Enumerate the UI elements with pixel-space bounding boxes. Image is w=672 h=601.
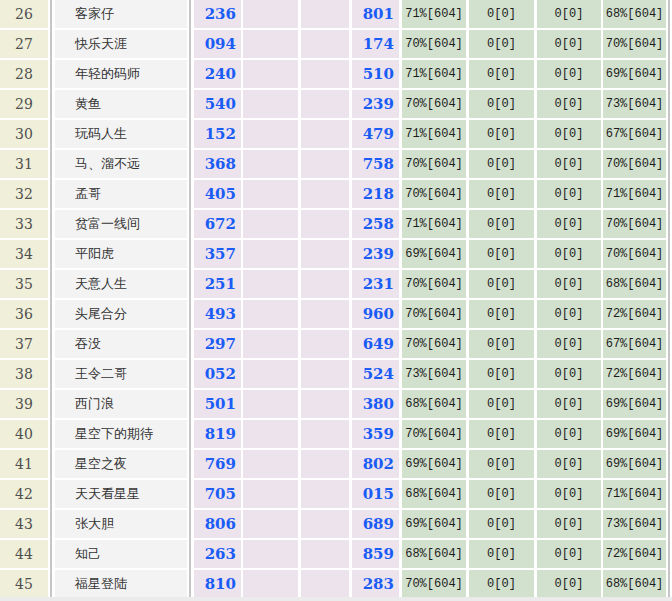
empty-number-cell: [301, 270, 349, 298]
stat-zero-2: 0[0]: [537, 240, 601, 268]
username: 吞没: [55, 330, 187, 358]
number-right: 960: [352, 300, 399, 328]
stat-zero-1: 0[0]: [469, 60, 534, 88]
row-number: 38: [0, 360, 48, 388]
hit-rate-left: 70%[604]: [402, 180, 466, 208]
number-left: 094: [194, 30, 241, 58]
number-left: 052: [194, 360, 241, 388]
row-number: 26: [0, 0, 48, 28]
row-number: 43: [0, 510, 48, 538]
number-left: 806: [194, 510, 241, 538]
row-number: 39: [0, 390, 48, 418]
stat-zero-1: 0[0]: [469, 300, 534, 328]
number-left: 672: [194, 210, 241, 238]
hit-rate-right: 70%[604]: [603, 150, 666, 178]
table-rows: 26客家仔23680171%[604]0[0]0[0]68%[604]27快乐天…: [0, 0, 672, 598]
hit-rate-left: 68%[604]: [402, 390, 466, 418]
empty-number-cell: [301, 0, 349, 28]
table-row: 42天天看星星70501568%[604]0[0]0[0]71%[604]: [0, 480, 672, 508]
row-number: 35: [0, 270, 48, 298]
table-row: 40星空下的期待81935970%[604]0[0]0[0]69%[604]: [0, 420, 672, 448]
stat-zero-2: 0[0]: [537, 60, 601, 88]
hit-rate-left: 70%[604]: [402, 30, 466, 58]
hit-rate-right: 71%[604]: [603, 480, 666, 508]
empty-number-cell: [301, 480, 349, 508]
number-right: 479: [352, 120, 399, 148]
number-right: 380: [352, 390, 399, 418]
empty-number-cell: [301, 60, 349, 88]
row-number: 29: [0, 90, 48, 118]
username: 天意人生: [55, 270, 187, 298]
table-row: 26客家仔23680171%[604]0[0]0[0]68%[604]: [0, 0, 672, 28]
stat-zero-1: 0[0]: [469, 150, 534, 178]
number-left: 152: [194, 120, 241, 148]
username: 福星登陆: [55, 570, 187, 598]
hit-rate-right: 69%[604]: [603, 60, 666, 88]
hit-rate-left: 70%[604]: [402, 420, 466, 448]
stat-zero-2: 0[0]: [537, 570, 601, 598]
table-row: 29黄鱼54023970%[604]0[0]0[0]73%[604]: [0, 90, 672, 118]
number-right: 649: [352, 330, 399, 358]
table-row: 43张大胆80668969%[604]0[0]0[0]73%[604]: [0, 510, 672, 538]
row-number: 28: [0, 60, 48, 88]
hit-rate-left: 69%[604]: [402, 510, 466, 538]
empty-number-cell: [301, 390, 349, 418]
hit-rate-left: 70%[604]: [402, 270, 466, 298]
number-right: 510: [352, 60, 399, 88]
number-right: 801: [352, 0, 399, 28]
stat-zero-1: 0[0]: [469, 480, 534, 508]
hit-rate-left: 71%[604]: [402, 210, 466, 238]
number-left: 357: [194, 240, 241, 268]
hit-rate-right: 72%[604]: [603, 540, 666, 568]
row-number: 41: [0, 450, 48, 478]
hit-rate-right: 70%[604]: [603, 30, 666, 58]
stat-zero-2: 0[0]: [537, 360, 601, 388]
username: 星空下的期待: [55, 420, 187, 448]
table-row: 41星空之夜76980269%[604]0[0]0[0]69%[604]: [0, 450, 672, 478]
row-number: 31: [0, 150, 48, 178]
number-right: 239: [352, 240, 399, 268]
number-left: 236: [194, 0, 241, 28]
empty-number-cell: [243, 0, 298, 28]
empty-number-cell: [243, 390, 298, 418]
number-left: 405: [194, 180, 241, 208]
table-right-border-line: [668, 0, 670, 601]
hit-rate-left: 69%[604]: [402, 240, 466, 268]
empty-number-cell: [301, 510, 349, 538]
empty-number-cell: [243, 360, 298, 388]
table-row: 27快乐天涯09417470%[604]0[0]0[0]70%[604]: [0, 30, 672, 58]
number-right: 239: [352, 90, 399, 118]
hit-rate-left: 70%[604]: [402, 150, 466, 178]
stat-zero-2: 0[0]: [537, 300, 601, 328]
row-number: 36: [0, 300, 48, 328]
username: 客家仔: [55, 0, 187, 28]
empty-number-cell: [301, 120, 349, 148]
hit-rate-left: 70%[604]: [402, 570, 466, 598]
empty-number-cell: [243, 150, 298, 178]
stat-zero-2: 0[0]: [537, 510, 601, 538]
table-row: 38王令二哥05252473%[604]0[0]0[0]72%[604]: [0, 360, 672, 388]
empty-number-cell: [301, 180, 349, 208]
number-left: 493: [194, 300, 241, 328]
row-number: 45: [0, 570, 48, 598]
table-row: 45福星登陆81028370%[604]0[0]0[0]68%[604]: [0, 570, 672, 598]
empty-number-cell: [301, 570, 349, 598]
hit-rate-left: 70%[604]: [402, 330, 466, 358]
number-right: 802: [352, 450, 399, 478]
empty-number-cell: [243, 60, 298, 88]
number-right: 758: [352, 150, 399, 178]
stat-zero-2: 0[0]: [537, 90, 601, 118]
table-row: 34平阳虎35723969%[604]0[0]0[0]70%[604]: [0, 240, 672, 268]
row-number: 42: [0, 480, 48, 508]
hit-rate-right: 70%[604]: [603, 210, 666, 238]
hit-rate-right: 69%[604]: [603, 450, 666, 478]
empty-number-cell: [301, 90, 349, 118]
stat-zero-1: 0[0]: [469, 420, 534, 448]
username: 西门浪: [55, 390, 187, 418]
stat-zero-2: 0[0]: [537, 330, 601, 358]
stat-zero-1: 0[0]: [469, 390, 534, 418]
number-left: 368: [194, 150, 241, 178]
column-separator-line: [189, 0, 191, 601]
hit-rate-right: 68%[604]: [603, 0, 666, 28]
stat-zero-2: 0[0]: [537, 180, 601, 208]
